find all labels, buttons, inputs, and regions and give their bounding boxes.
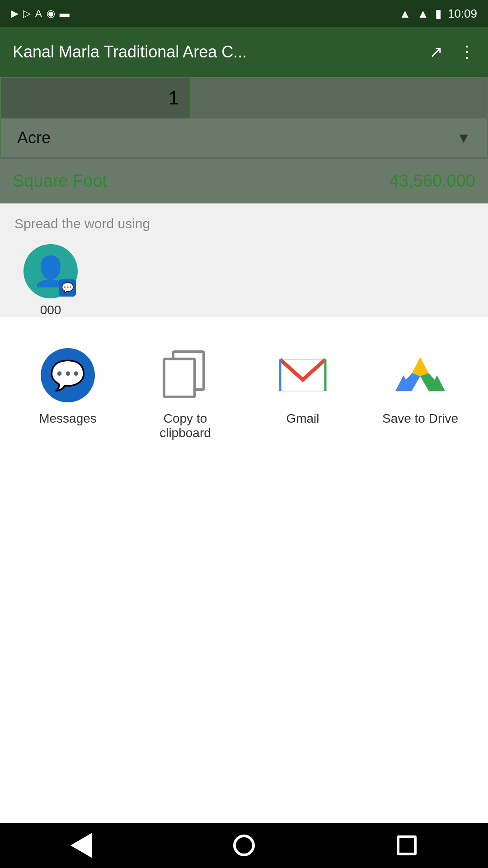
recent-icon — [397, 835, 417, 855]
chat-icon: 💬 — [50, 359, 86, 392]
number-input[interactable] — [1, 78, 191, 118]
drive-icon-wrap — [393, 348, 447, 402]
contact-badge: 💬 — [59, 279, 76, 297]
value-input-row — [0, 77, 488, 118]
contact-item[interactable]: 👤 💬 000 — [14, 244, 87, 317]
home-icon — [233, 835, 255, 856]
unit-dropdown[interactable]: Acre ▼ — [0, 118, 488, 158]
clock: 10:09 — [448, 7, 477, 21]
google-drive-icon — [395, 353, 445, 398]
contact-name: 000 — [40, 303, 61, 317]
share-section: Spread the word using 👤 💬 000 — [0, 203, 488, 317]
share-gmail[interactable]: Gmail — [258, 348, 348, 440]
input-area: Acre ▼ Square Foot 43,560.000 — [0, 77, 488, 203]
messages-label: Messages — [39, 411, 97, 426]
contact-avatar: 👤 💬 — [23, 244, 78, 298]
messages-icon-wrap: 💬 — [41, 348, 95, 402]
gmail-icon-wrap — [276, 348, 330, 402]
svg-marker-5 — [412, 357, 428, 373]
messages-icon: 💬 — [41, 348, 95, 402]
share-icon[interactable]: ↗ — [429, 42, 443, 61]
svg-marker-6 — [395, 373, 420, 391]
secondary-input[interactable] — [191, 78, 487, 118]
unit-label: Acre — [17, 128, 51, 147]
drive-label: Save to Drive — [382, 411, 458, 426]
result-value: 43,560.000 — [389, 171, 475, 191]
signal-icon: ▲ — [417, 7, 429, 21]
note-icon: ▬ — [60, 8, 70, 19]
camera-icon: ◉ — [47, 8, 55, 19]
status-icons-left: ▶ ▷ A ◉ ▬ — [11, 8, 70, 19]
svg-marker-7 — [420, 373, 445, 391]
clipboard-label: Copy to clipboard — [140, 411, 230, 440]
text-a-icon: A — [35, 8, 42, 19]
youtube-music-icon: ▷ — [23, 8, 31, 19]
result-label: Square Foot — [13, 171, 107, 191]
recent-button[interactable] — [380, 827, 434, 863]
toolbar-actions: ↗ ⋮ — [429, 42, 475, 61]
clipboard-front-layer — [163, 358, 196, 398]
gmail-label: Gmail — [286, 411, 319, 426]
battery-icon: ▮ — [435, 7, 441, 21]
wifi-icon: ▲ — [399, 7, 411, 21]
result-row: Square Foot 43,560.000 — [0, 158, 488, 203]
status-bar: ▶ ▷ A ◉ ▬ ▲ ▲ ▮ 10:09 — [0, 0, 488, 27]
app-title: Kanal Marla Traditional Area C... — [13, 42, 247, 61]
share-drive[interactable]: Save to Drive — [375, 348, 465, 440]
spread-text: Spread the word using — [14, 216, 474, 231]
back-button[interactable] — [54, 827, 108, 863]
clipboard-icon — [163, 350, 208, 400]
share-messages[interactable]: 💬 Messages — [23, 348, 113, 440]
message-badge-icon: 💬 — [61, 282, 74, 294]
youtube-icon: ▶ — [11, 8, 19, 19]
share-clipboard[interactable]: Copy to clipboard — [140, 348, 230, 440]
toolbar: Kanal Marla Traditional Area C... ↗ ⋮ — [0, 27, 488, 77]
more-icon[interactable]: ⋮ — [459, 42, 475, 61]
chevron-down-icon: ▼ — [456, 130, 471, 146]
nav-bar — [0, 823, 488, 868]
back-icon — [70, 833, 92, 858]
gmail-icon — [278, 355, 328, 396]
clipboard-icon-wrap — [158, 348, 212, 402]
share-apps-row: 💬 Messages Copy to clipboard Gmail — [0, 330, 488, 458]
status-right: ▲ ▲ ▮ 10:09 — [399, 7, 477, 21]
home-button[interactable] — [217, 827, 271, 863]
